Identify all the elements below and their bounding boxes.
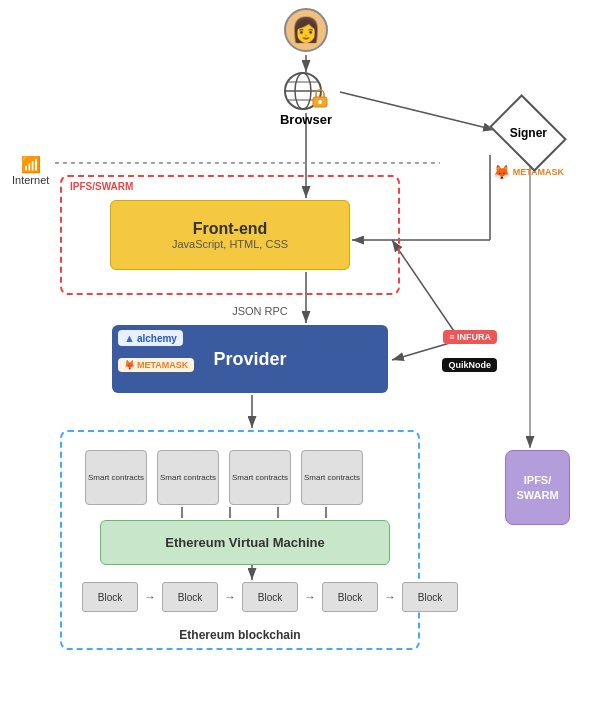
block-arrow-2: →: [224, 590, 236, 604]
internet-label: 📶 Internet: [12, 155, 49, 186]
browser-icon: [281, 70, 331, 110]
metamask-provider-badge: 🦊 METAMASK: [118, 358, 194, 372]
quicknode-badge: QuikNode: [442, 358, 497, 372]
smart-contract-4: Smart contracts: [301, 450, 363, 505]
frontend-title: Front-end: [193, 220, 268, 238]
svg-line-6: [340, 92, 495, 130]
block-2: Block: [162, 582, 218, 612]
infura-badge: ≡ INFURA: [443, 330, 497, 344]
block-4: Block: [322, 582, 378, 612]
wifi-icon: 📶: [21, 155, 41, 174]
json-rpc-label: JSON RPC: [232, 305, 288, 317]
block-5: Block: [402, 582, 458, 612]
provider-label: Provider: [213, 349, 286, 370]
metamask-label: METAMASK: [513, 167, 564, 177]
svg-point-25: [318, 100, 322, 104]
evm-box: Ethereum Virtual Machine: [100, 520, 390, 565]
block-arrow-3: →: [304, 590, 316, 604]
ipfs-swarm-top-label: IPFS/SWARM: [70, 181, 133, 192]
smart-contract-3: Smart contracts: [229, 450, 291, 505]
svg-line-12: [392, 240, 460, 340]
diagram: 👩 Browser 📶 Internet Signe: [0, 0, 612, 717]
block-arrow-1: →: [144, 590, 156, 604]
browser-label: Browser: [280, 112, 332, 127]
diamond-wrapper: Signer: [493, 105, 563, 160]
smart-contract-2: Smart contracts: [157, 450, 219, 505]
browser-box: Browser: [280, 70, 332, 127]
smart-contract-1: Smart contracts: [85, 450, 147, 505]
ipfs-swarm-cylinder: IPFS/ SWARM: [505, 450, 570, 525]
signer-diamond: Signer 🦊 METAMASK: [493, 105, 564, 180]
frontend-subtitle: JavaScript, HTML, CSS: [172, 238, 288, 250]
frontend-box: Front-end JavaScript, HTML, CSS: [110, 200, 350, 270]
block-1: Block: [82, 582, 138, 612]
smart-contracts-row: Smart contracts Smart contracts Smart co…: [85, 450, 363, 505]
evm-label: Ethereum Virtual Machine: [165, 535, 324, 550]
ethereum-blockchain-label: Ethereum blockchain: [179, 628, 300, 642]
blocks-row: Block → Block → Block → Block → Block: [82, 582, 458, 612]
avatar-icon: 👩: [284, 8, 328, 52]
alchemy-badge: ▲ alchemy: [118, 330, 183, 346]
block-3: Block: [242, 582, 298, 612]
ipfs-swarm-right: IPFS/ SWARM: [505, 450, 570, 525]
block-arrow-4: →: [384, 590, 396, 604]
signer-diamond-label: Signer: [510, 126, 547, 140]
user-avatar: 👩: [284, 8, 328, 52]
